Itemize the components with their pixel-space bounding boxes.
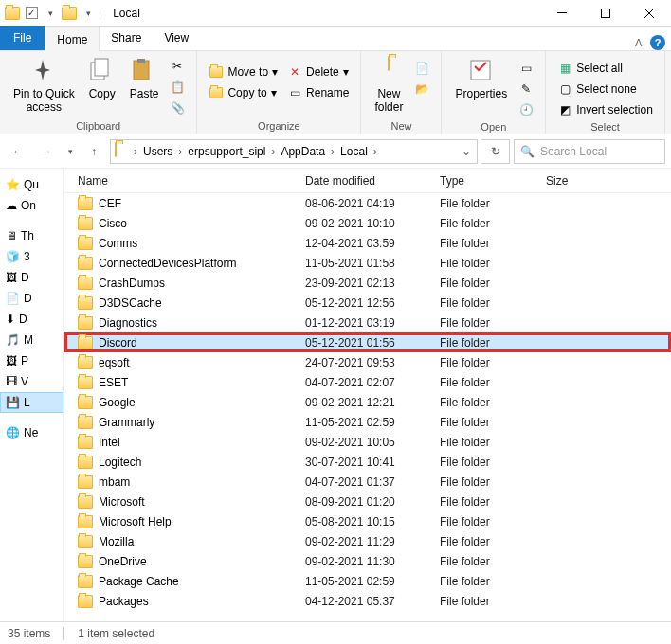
tree-item[interactable]: 🎞V bbox=[0, 371, 63, 392]
copy-button[interactable]: Copy bbox=[84, 57, 120, 100]
share-tab[interactable]: Share bbox=[100, 26, 153, 50]
copy-to-button[interactable]: Copy to ▾ bbox=[207, 83, 280, 102]
folder-icon bbox=[78, 376, 93, 389]
up-button[interactable]: ↑ bbox=[82, 139, 106, 164]
table-row[interactable]: Packages04-12-2021 05:37File folder bbox=[64, 591, 671, 611]
table-row[interactable]: eqsoft24-07-2021 09:53File folder bbox=[64, 352, 671, 372]
file-type: File folder bbox=[440, 535, 546, 548]
col-size[interactable]: Size bbox=[546, 174, 603, 188]
table-row[interactable]: Discord05-12-2021 01:56File folder bbox=[64, 332, 671, 352]
table-row[interactable]: ConnectedDevicesPlatform11-05-2021 01:58… bbox=[64, 253, 671, 273]
table-row[interactable]: CrashDumps23-09-2021 02:13File folder bbox=[64, 273, 671, 293]
table-row[interactable]: OneDrive09-02-2021 11:30File folder bbox=[64, 551, 671, 571]
col-type[interactable]: Type bbox=[440, 174, 546, 188]
file-date: 30-07-2021 10:41 bbox=[305, 456, 440, 469]
table-row[interactable]: Package Cache11-05-2021 02:59File folder bbox=[64, 571, 671, 591]
tree-item[interactable]: 📄D bbox=[0, 288, 63, 309]
pin-quick-access-button[interactable]: Pin to Quick access bbox=[9, 57, 79, 114]
table-row[interactable]: Microsoft08-09-2021 01:20File folder bbox=[64, 492, 671, 511]
copy-path-button[interactable]: 📋 bbox=[168, 78, 187, 97]
file-type: File folder bbox=[440, 217, 546, 230]
folder-icon bbox=[78, 277, 93, 290]
qat-checkbox-icon[interactable]: ✓ bbox=[23, 5, 40, 22]
navigation-tree[interactable]: ⭐Qu☁On🖥Th🧊3🖼D📄D⬇D🎵M🖼P🎞V💾L🌐Ne bbox=[0, 169, 64, 621]
file-tab[interactable]: File bbox=[0, 26, 45, 50]
refresh-button[interactable]: ↻ bbox=[481, 139, 510, 164]
table-row[interactable]: ESET04-07-2021 02:07File folder bbox=[64, 372, 671, 392]
tree-item[interactable]: 🖼P bbox=[0, 350, 63, 371]
maximize-button[interactable] bbox=[584, 0, 627, 27]
tree-item[interactable]: 🎵M bbox=[0, 330, 63, 350]
col-date[interactable]: Date modified bbox=[305, 174, 440, 188]
select-none-button[interactable]: ▢Select none bbox=[555, 80, 655, 98]
file-date: 05-12-2021 12:56 bbox=[305, 296, 440, 310]
tree-icon: 📄 bbox=[6, 292, 20, 305]
tree-item[interactable]: ⬇D bbox=[0, 309, 63, 330]
folder-icon bbox=[78, 257, 93, 270]
moveto-icon bbox=[209, 64, 224, 80]
view-tab[interactable]: View bbox=[153, 26, 200, 50]
table-row[interactable]: D3DSCache05-12-2021 12:56File folder bbox=[64, 293, 671, 313]
file-type: File folder bbox=[440, 396, 546, 409]
table-row[interactable]: Google09-02-2021 12:21File folder bbox=[64, 392, 671, 412]
cut-button[interactable]: ✂ bbox=[168, 57, 187, 76]
folder-icon bbox=[78, 316, 93, 330]
move-to-button[interactable]: Move to ▾ bbox=[207, 63, 280, 81]
new-item-button[interactable]: 📄 bbox=[412, 59, 431, 78]
file-type: File folder bbox=[440, 495, 546, 509]
tree-item[interactable]: ⭐Qu bbox=[0, 174, 63, 195]
table-row[interactable]: mbam04-07-2021 01:37File folder bbox=[64, 472, 671, 492]
search-input[interactable]: 🔍 Search Local bbox=[514, 139, 665, 164]
table-row[interactable]: Grammarly11-05-2021 02:59File folder bbox=[64, 412, 671, 432]
collapse-ribbon-icon[interactable]: ᐱ bbox=[635, 37, 643, 49]
scissors-icon: ✂ bbox=[170, 59, 185, 74]
invert-selection-button[interactable]: ◩Invert selection bbox=[555, 100, 655, 119]
select-all-button[interactable]: ▦Select all bbox=[555, 59, 655, 78]
file-name: Cisco bbox=[99, 217, 127, 230]
table-row[interactable]: CEF08-06-2021 04:19File folder bbox=[64, 193, 671, 213]
tree-item[interactable]: 🧊3 bbox=[0, 246, 63, 267]
paste-button[interactable]: Paste bbox=[126, 57, 163, 100]
table-row[interactable]: Microsoft Help05-08-2021 10:15File folde… bbox=[64, 511, 671, 531]
home-tab[interactable]: Home bbox=[45, 27, 100, 51]
file-name: D3DSCache bbox=[99, 296, 162, 310]
file-list: Name Date modified Type Size CEF08-06-20… bbox=[64, 169, 671, 621]
file-type: File folder bbox=[440, 197, 546, 210]
table-row[interactable]: Mozilla09-02-2021 11:29File folder bbox=[64, 531, 671, 551]
table-row[interactable]: Logitech30-07-2021 10:41File folder bbox=[64, 452, 671, 472]
breadcrumb[interactable]: › Users› erpsupport_sipl› AppData› Local… bbox=[110, 139, 478, 164]
history-dropdown-icon[interactable]: ⌄ bbox=[460, 145, 473, 158]
minimize-button[interactable] bbox=[540, 0, 584, 27]
paste-shortcut-button[interactable]: 📎 bbox=[168, 98, 187, 117]
edit-button[interactable]: ✎ bbox=[517, 80, 535, 98]
table-row[interactable]: Comms12-04-2021 03:59File folder bbox=[64, 233, 671, 253]
open-button[interactable]: ▭ bbox=[517, 59, 535, 78]
table-row[interactable]: Cisco09-02-2021 10:10File folder bbox=[64, 213, 671, 233]
tree-item[interactable]: ☁On bbox=[0, 195, 63, 216]
file-date: 04-07-2021 02:07 bbox=[305, 376, 440, 389]
forward-button[interactable]: → bbox=[34, 139, 59, 164]
qat-dropdown-icon[interactable]: ▾ bbox=[42, 5, 59, 22]
tree-item[interactable]: 🖼D bbox=[0, 267, 63, 288]
recent-dropdown[interactable]: ▾ bbox=[63, 139, 78, 164]
close-button[interactable] bbox=[627, 0, 671, 27]
easy-access-button[interactable]: 📂 bbox=[412, 80, 431, 98]
col-name[interactable]: Name bbox=[64, 174, 305, 188]
history-button[interactable]: 🕘 bbox=[517, 100, 535, 119]
table-row[interactable]: Diagnostics01-12-2021 03:19File folder bbox=[64, 313, 671, 332]
rename-button[interactable]: ▭Rename bbox=[285, 83, 351, 102]
folder-icon bbox=[78, 396, 93, 409]
qat-dropdown-icon[interactable]: ▾ bbox=[80, 5, 97, 22]
file-date: 01-12-2021 03:19 bbox=[305, 316, 440, 330]
properties-button[interactable]: Properties bbox=[451, 57, 511, 100]
back-button[interactable]: ← bbox=[6, 139, 30, 164]
help-icon[interactable]: ? bbox=[650, 35, 665, 50]
tree-item[interactable]: 🌐Ne bbox=[0, 422, 63, 443]
table-row[interactable]: Intel09-02-2021 10:05File folder bbox=[64, 432, 671, 452]
tree-item[interactable]: 🖥Th bbox=[0, 225, 63, 246]
new-folder-button[interactable]: New folder bbox=[371, 57, 407, 114]
tree-icon: 🧊 bbox=[6, 250, 20, 263]
delete-button[interactable]: ✕Delete ▾ bbox=[285, 63, 351, 81]
tree-item[interactable]: 💾L bbox=[0, 392, 63, 413]
file-name: Mozilla bbox=[99, 535, 134, 548]
